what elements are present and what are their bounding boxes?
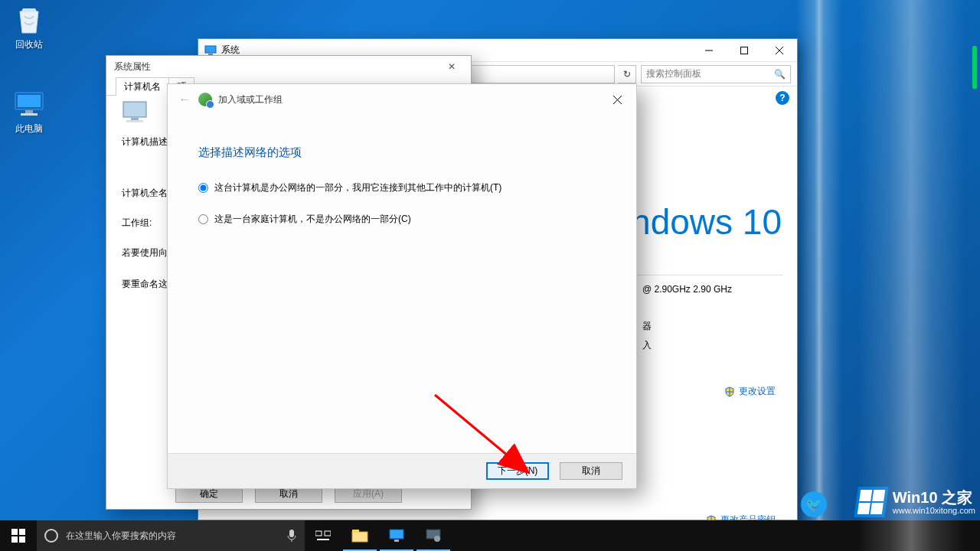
svg-rect-19 (19, 536, 25, 543)
taskbar-app-explorer[interactable] (341, 520, 378, 551)
tab-computer-name[interactable]: 计算机名 (116, 77, 169, 96)
microphone-icon (286, 529, 297, 543)
watermark: Win10 之家 www.win10xitong.com (856, 487, 975, 517)
svg-rect-1 (18, 95, 41, 107)
twitter-badge-icon: 🐦 (799, 489, 828, 519)
windows10-logo-text: indows 10 (623, 201, 782, 243)
network-globe-icon (198, 93, 212, 106)
wizard-heading: 选择描述网络的选项 (198, 145, 606, 160)
svg-rect-24 (352, 532, 368, 542)
desktop-icon-label: 此电脑 (0, 122, 58, 135)
windows-logo-icon (11, 529, 25, 543)
taskbar-search[interactable]: 在这里输入你要搜索的内容 (37, 520, 305, 551)
search-icon: 🔍 (774, 69, 786, 80)
wizard-footer: 下一步(N) 取消 (168, 453, 636, 488)
radio-home-computer[interactable]: 这是一台家庭计算机，不是办公网络的一部分(C) (198, 213, 606, 226)
svg-rect-2 (25, 110, 33, 113)
monitor-gear-icon (426, 529, 441, 543)
shield-icon (724, 386, 735, 397)
tray-indicator (972, 46, 977, 89)
task-view-icon (315, 530, 331, 542)
wizard-title: 加入域或工作组 (218, 93, 283, 106)
desktop-icon-label: 回收站 (0, 38, 58, 51)
svg-rect-20 (289, 530, 294, 537)
taskbar: 在这里输入你要搜索的内容 (0, 520, 980, 551)
svg-rect-25 (352, 530, 359, 533)
this-pc-icon (0, 89, 58, 121)
watermark-title: Win10 之家 (893, 489, 975, 506)
svg-rect-17 (19, 529, 25, 535)
radio-office-network[interactable]: 这台计算机是办公网络的一部分，我用它连接到其他工作中的计算机(T) (198, 181, 606, 194)
svg-rect-10 (123, 102, 146, 117)
svg-rect-26 (390, 530, 403, 539)
svg-rect-22 (325, 531, 331, 536)
sysprops-title: 系统属性 (114, 60, 151, 73)
start-button[interactable] (0, 520, 37, 551)
search-placeholder: 搜索控制面板 (646, 67, 701, 80)
desktop-icon-recycle-bin[interactable]: 回收站 (0, 5, 58, 51)
close-button[interactable] (606, 90, 629, 109)
recycle-bin-icon (0, 5, 58, 37)
change-settings-link[interactable]: 更改设置 (724, 385, 776, 398)
svg-rect-21 (315, 531, 322, 536)
sysprops-titlebar[interactable]: 系统属性 ✕ (106, 56, 471, 77)
radio-label: 这是一台家庭计算机，不是办公网络的一部分(C) (214, 213, 411, 226)
maximize-button[interactable] (727, 39, 762, 61)
radio-input[interactable] (198, 183, 208, 193)
next-button[interactable]: 下一步(N) (486, 462, 549, 480)
taskbar-app-control-panel[interactable] (378, 520, 415, 551)
search-placeholder: 在这里输入你要搜索的内容 (66, 530, 176, 543)
svg-rect-4 (205, 46, 216, 53)
sys-text-fragment: 入 (642, 339, 652, 352)
close-button[interactable] (762, 39, 797, 61)
close-icon[interactable]: ✕ (440, 61, 463, 72)
search-control-panel[interactable]: 搜索控制面板 🔍 (641, 65, 791, 83)
svg-rect-7 (741, 47, 748, 54)
desktop-icon-this-pc[interactable]: 此电脑 (0, 89, 58, 135)
file-explorer-icon (351, 529, 368, 543)
radio-label: 这台计算机是办公网络的一部分，我用它连接到其他工作中的计算机(T) (214, 181, 501, 194)
task-view-button[interactable] (305, 520, 341, 551)
cortana-icon (44, 529, 58, 543)
help-icon[interactable]: ? (776, 91, 789, 105)
svg-rect-16 (11, 529, 18, 535)
back-button[interactable]: ← (175, 90, 194, 109)
computer-icon (122, 100, 152, 126)
taskbar-app-system-properties[interactable] (415, 520, 452, 551)
watermark-url: www.win10xitong.com (893, 506, 975, 515)
svg-rect-11 (131, 118, 139, 120)
refresh-button[interactable]: ↻ (618, 65, 636, 83)
link-label: 更改设置 (739, 385, 776, 398)
minimize-button[interactable] (691, 39, 727, 61)
svg-rect-27 (394, 540, 399, 542)
svg-point-29 (434, 536, 440, 542)
monitor-icon (389, 529, 404, 543)
svg-rect-23 (317, 539, 329, 540)
svg-rect-3 (21, 113, 38, 116)
svg-rect-12 (126, 120, 143, 122)
sys-text-fragment: 器 (642, 320, 652, 333)
svg-rect-18 (11, 536, 18, 543)
cancel-button[interactable]: 取消 (560, 462, 622, 480)
windows-tiles-icon (854, 487, 889, 517)
cpu-info: @ 2.90GHz 2.90 GHz (642, 284, 732, 295)
join-domain-wizard: ← 加入域或工作组 选择描述网络的选项 这台计算机是办公网络的一部分，我用它连接… (167, 83, 637, 489)
radio-input[interactable] (198, 214, 208, 224)
wizard-header: ← 加入域或工作组 (168, 84, 636, 115)
